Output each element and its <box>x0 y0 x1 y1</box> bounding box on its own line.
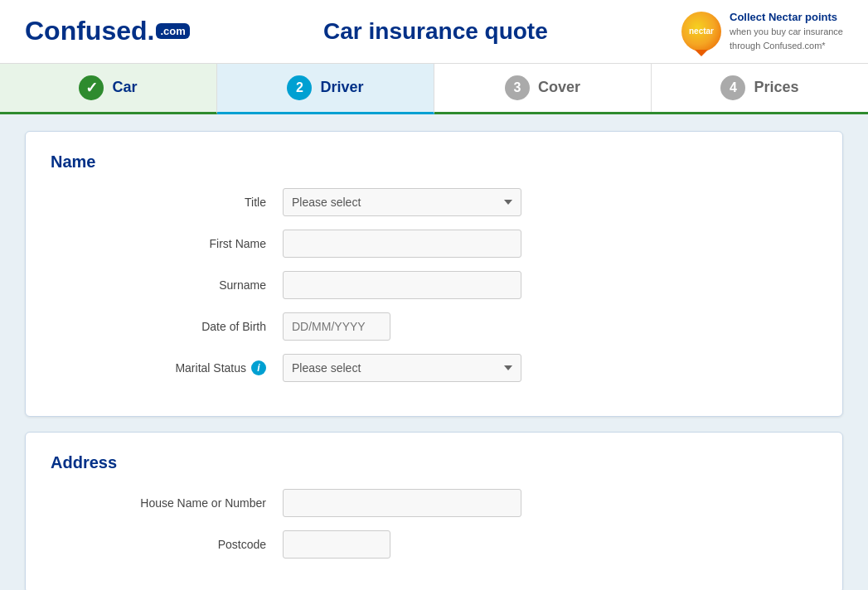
tab-driver-number: 2 <box>287 75 312 100</box>
tab-car[interactable]: ✓ Car <box>0 64 217 114</box>
house-input[interactable] <box>283 489 521 517</box>
house-row: House Name or Number <box>51 489 817 517</box>
nectar-sub1: when you buy car insurance <box>730 27 843 36</box>
address-section: Address House Name or Number Postcode <box>25 432 843 590</box>
name-section: Name Title Please select Mr Mrs Miss Ms … <box>25 131 843 417</box>
surname-label: Surname <box>51 278 283 292</box>
dob-row: Date of Birth <box>51 312 817 341</box>
marital-status-select[interactable]: Please select Single Married Divorced Wi… <box>283 354 521 382</box>
name-section-title: Name <box>51 152 817 172</box>
address-section-title: Address <box>51 453 817 472</box>
page-title: Car insurance quote <box>323 18 548 45</box>
tab-car-label: Car <box>112 79 137 96</box>
nectar-text: Collect Nectar points when you buy car i… <box>730 10 843 53</box>
title-select[interactable]: Please select Mr Mrs Miss Ms Dr Prof <box>283 188 521 216</box>
navigation-tabs: ✓ Car 2 Driver 3 Cover 4 Prices <box>0 64 868 114</box>
nectar-label: nectar <box>689 27 714 36</box>
tab-prices[interactable]: 4 Prices <box>652 64 868 112</box>
tab-driver[interactable]: 2 Driver <box>217 64 434 114</box>
postcode-row: Postcode <box>51 530 817 559</box>
marital-info-icon[interactable]: i <box>251 360 266 375</box>
title-label: Title <box>51 196 283 209</box>
surname-row: Surname <box>51 271 817 299</box>
logo: Confused. .com <box>25 16 190 46</box>
dob-label: Date of Birth <box>51 320 283 333</box>
first-name-input[interactable] <box>283 230 521 258</box>
tab-cover[interactable]: 3 Cover <box>434 64 652 112</box>
nectar-area: nectar Collect Nectar points when you bu… <box>681 10 843 53</box>
dob-input[interactable] <box>283 312 390 341</box>
tab-car-number: ✓ <box>79 75 104 100</box>
header: Confused. .com Car insurance quote necta… <box>0 0 868 64</box>
nectar-badge: nectar <box>681 12 721 51</box>
marital-status-label: Marital Status i <box>51 360 283 375</box>
first-name-label: First Name <box>51 237 283 250</box>
postcode-label: Postcode <box>51 538 283 551</box>
nectar-headline: Collect Nectar points <box>730 11 837 23</box>
tab-cover-number: 3 <box>505 75 530 100</box>
main-content: Name Title Please select Mr Mrs Miss Ms … <box>0 114 868 590</box>
tab-driver-label: Driver <box>320 79 363 96</box>
logo-com-badge: .com <box>156 23 189 39</box>
tab-prices-number: 4 <box>720 75 745 100</box>
surname-input[interactable] <box>283 271 521 299</box>
nectar-sub2: through Confused.com* <box>730 41 826 51</box>
house-label: House Name or Number <box>51 496 283 510</box>
tab-prices-label: Prices <box>754 79 798 96</box>
title-row: Title Please select Mr Mrs Miss Ms Dr Pr… <box>51 188 817 216</box>
postcode-input[interactable] <box>283 530 390 559</box>
first-name-row: First Name <box>51 230 817 258</box>
marital-status-row: Marital Status i Please select Single Ma… <box>51 354 817 382</box>
logo-main-text: Confused. <box>25 16 154 46</box>
tab-cover-label: Cover <box>538 79 580 96</box>
